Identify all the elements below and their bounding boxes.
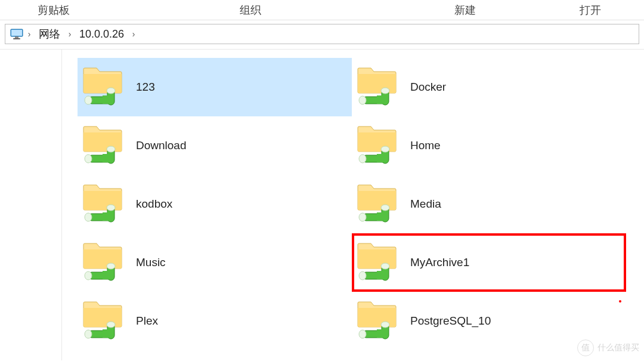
svg-rect-1	[11, 30, 22, 36]
address-bar[interactable]: › 网络 › 10.0.0.26 ›	[5, 24, 639, 44]
folder-label: Home	[410, 139, 441, 152]
folder-label: Media	[410, 198, 441, 211]
address-bar-container: › 网络 › 10.0.0.26 ›	[0, 20, 644, 50]
shared-folder-icon	[82, 64, 124, 110]
folder-item[interactable]: Plex	[78, 292, 352, 350]
ribbon-group-new: 新建	[394, 3, 537, 17]
network-monitor-icon	[10, 28, 23, 40]
svg-rect-2	[15, 36, 18, 38]
breadcrumb-host[interactable]: 10.0.0.26	[76, 28, 128, 41]
folder-item[interactable]: Media	[352, 175, 626, 233]
folder-label: 123	[136, 81, 155, 94]
chevron-right-icon[interactable]: ›	[24, 29, 34, 39]
shared-folder-icon	[357, 298, 398, 344]
folder-item[interactable]: Music	[78, 233, 352, 292]
folder-grid: 123DockerDownloadHomekodboxMediaMusicMyA…	[78, 58, 634, 350]
ribbon-group-open: 打开	[537, 3, 644, 17]
folder-content[interactable]: 123DockerDownloadHomekodboxMediaMusicMyA…	[62, 50, 644, 360]
shared-folder-icon	[357, 181, 398, 227]
shared-folder-icon	[82, 181, 124, 227]
ribbon-group-clipboard: 剪贴板	[0, 3, 107, 17]
folder-item[interactable]: 123	[78, 58, 352, 116]
chevron-right-icon[interactable]: ›	[129, 29, 138, 39]
svg-rect-3	[13, 38, 20, 39]
main-area: 123DockerDownloadHomekodboxMediaMusicMyA…	[0, 50, 644, 360]
ribbon-group-labels: 剪贴板 组织 新建 打开	[0, 0, 644, 20]
folder-label: Plex	[136, 314, 158, 328]
folder-item[interactable]: Home	[352, 116, 626, 175]
folder-label: Music	[136, 256, 166, 269]
folder-item[interactable]: Download	[78, 116, 352, 175]
shared-folder-icon	[357, 240, 398, 285]
folder-label: PostgreSQL_10	[410, 314, 491, 328]
navigation-pane[interactable]	[0, 50, 62, 360]
folder-label: Download	[136, 139, 187, 152]
shared-folder-icon	[82, 123, 124, 168]
ribbon-group-organize: 组织	[107, 3, 394, 17]
folder-item[interactable]: MyArchive1	[352, 233, 626, 292]
folder-label: Docker	[410, 81, 446, 94]
folder-label: kodbox	[136, 198, 172, 211]
watermark-logo: 值	[577, 340, 594, 356]
folder-item[interactable]: kodbox	[78, 175, 352, 233]
shared-folder-icon	[82, 240, 124, 285]
annotation-dot	[619, 300, 621, 303]
watermark: 值 什么值得买	[577, 340, 639, 356]
breadcrumb-network[interactable]: 网络	[35, 27, 64, 41]
chevron-right-icon[interactable]: ›	[65, 29, 75, 39]
folder-item[interactable]: Docker	[352, 58, 626, 116]
watermark-text: 什么值得买	[597, 343, 639, 353]
folder-label: MyArchive1	[410, 256, 469, 269]
shared-folder-icon	[82, 298, 124, 344]
shared-folder-icon	[357, 64, 398, 110]
shared-folder-icon	[357, 123, 398, 168]
